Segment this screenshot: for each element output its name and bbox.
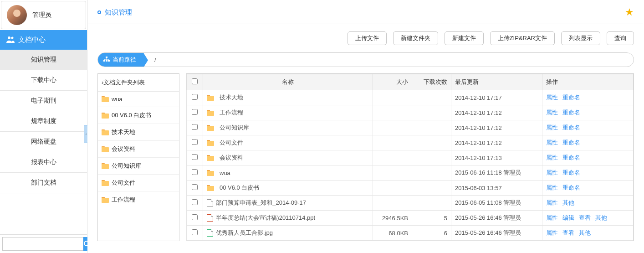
- folder-tree-item[interactable]: 公司知识库: [98, 158, 179, 175]
- action-prop[interactable]: 属性: [546, 154, 558, 161]
- file-icon: [207, 229, 213, 237]
- folder-tree-label: 工作流程: [112, 196, 135, 204]
- action-other[interactable]: 其他: [579, 229, 591, 236]
- action-prop[interactable]: 属性: [546, 184, 558, 191]
- table-row: 工作流程2014-12-10 17:12属性重命名: [187, 105, 634, 120]
- action-prop[interactable]: 属性: [546, 229, 558, 236]
- sitemap-icon: [103, 57, 110, 63]
- folder-icon: [102, 113, 109, 119]
- folder-tree-item[interactable]: 技术天地: [98, 124, 179, 141]
- row-checkbox[interactable]: [192, 154, 198, 160]
- file-name-cell[interactable]: 00 V6.0 白皮书: [207, 184, 370, 192]
- nav-item[interactable]: 部门文档: [0, 173, 87, 193]
- file-name-cell[interactable]: 公司知识库: [207, 124, 370, 132]
- new-file-button[interactable]: 新建文件: [445, 31, 484, 45]
- file-name-cell[interactable]: 技术天地: [207, 93, 370, 102]
- action-view[interactable]: 查看: [562, 229, 574, 236]
- svg-point-1: [11, 37, 14, 39]
- action-other[interactable]: 其他: [595, 214, 607, 221]
- action-prop[interactable]: 属性: [546, 94, 558, 101]
- row-checkbox[interactable]: [192, 124, 198, 130]
- folder-tree-header[interactable]: ›文档文件夹列表: [98, 74, 179, 92]
- nav-item[interactable]: 网络硬盘: [0, 132, 87, 152]
- folder-tree-item[interactable]: wua: [98, 92, 179, 107]
- folder-tree-item[interactable]: 公司文件: [98, 175, 179, 191]
- folder-tree-item[interactable]: 工作流程: [98, 191, 179, 208]
- file-name-cell[interactable]: 会议资料: [207, 154, 370, 162]
- file-size-cell: [373, 150, 412, 165]
- file-downloads-cell: 5: [412, 211, 451, 226]
- user-box[interactable]: 管理员: [1, 1, 86, 29]
- list-view-button[interactable]: 列表显示: [561, 31, 600, 45]
- row-checkbox[interactable]: [192, 139, 198, 145]
- file-name-label: wua: [220, 170, 230, 176]
- action-rename[interactable]: 重命名: [562, 169, 580, 176]
- file-name-label: 00 V6.0 白皮书: [220, 184, 259, 192]
- action-rename[interactable]: 重命名: [562, 184, 580, 191]
- folder-tree-label: 技术天地: [112, 128, 135, 136]
- row-checkbox[interactable]: [192, 214, 198, 220]
- action-prop[interactable]: 属性: [546, 214, 558, 221]
- main-area: 知识管理 ★ 上传文件 新建文件夹 新建文件 上传ZIP&RAR文件 列表显示 …: [87, 0, 644, 253]
- nav-header: 文档中心: [0, 30, 87, 50]
- nav-item[interactable]: 知识管理: [0, 50, 87, 70]
- file-name-cell[interactable]: wua: [207, 170, 370, 176]
- favorite-star-icon[interactable]: ★: [625, 6, 634, 18]
- row-checkbox[interactable]: [192, 94, 198, 100]
- action-prop[interactable]: 属性: [546, 109, 558, 116]
- file-name-cell[interactable]: 半年度总结(大会宣讲稿)20110714.ppt: [207, 214, 370, 222]
- action-prop[interactable]: 属性: [546, 169, 558, 176]
- action-other[interactable]: 其他: [562, 199, 574, 206]
- search-input[interactable]: [2, 237, 83, 251]
- row-checkbox[interactable]: [192, 199, 198, 205]
- file-icon: [207, 214, 213, 222]
- row-checkbox[interactable]: [192, 109, 198, 115]
- file-name-cell[interactable]: 公司文件: [207, 139, 370, 147]
- file-downloads-cell: [412, 105, 451, 120]
- file-name-cell[interactable]: 优秀新人员工合影.jpg: [207, 229, 370, 237]
- action-prop[interactable]: 属性: [546, 124, 558, 131]
- new-folder-button[interactable]: 新建文件夹: [393, 31, 438, 45]
- folder-icon: [207, 155, 214, 161]
- row-checkbox[interactable]: [192, 184, 198, 190]
- action-rename[interactable]: 重命名: [562, 154, 580, 161]
- folder-tree-item[interactable]: 00 V6.0 白皮书: [98, 107, 179, 124]
- username: 管理员: [32, 11, 51, 19]
- action-rename[interactable]: 重命名: [562, 124, 580, 131]
- upload-zip-button[interactable]: 上传ZIP&RAR文件: [490, 31, 555, 45]
- file-actions-cell: 属性重命名: [542, 90, 634, 105]
- query-button[interactable]: 查询: [607, 31, 634, 45]
- svg-rect-7: [108, 60, 110, 62]
- folder-tree-label: wua: [112, 96, 123, 103]
- folder-tree-item[interactable]: 会议资料: [98, 141, 179, 158]
- action-edit[interactable]: 编辑: [562, 214, 574, 221]
- svg-rect-5: [103, 60, 105, 62]
- action-view[interactable]: 查看: [579, 214, 591, 221]
- file-actions-cell: 属性重命名: [542, 135, 634, 150]
- file-size-cell: [373, 196, 412, 211]
- file-actions-cell: 属性重命名: [542, 165, 634, 181]
- row-checkbox[interactable]: [192, 229, 198, 235]
- row-checkbox[interactable]: [192, 169, 198, 175]
- select-all-checkbox[interactable]: [192, 78, 198, 84]
- upload-file-button[interactable]: 上传文件: [348, 31, 387, 45]
- users-icon: [6, 36, 15, 44]
- file-actions-cell: 属性重命名: [542, 105, 634, 120]
- file-updated-cell: 2015-05-26 16:46 管理员: [451, 226, 542, 241]
- nav-item[interactable]: 下载中心: [0, 70, 87, 91]
- action-rename[interactable]: 重命名: [562, 109, 580, 116]
- file-name-cell[interactable]: 部门预算申请表_郑和_2014-09-17: [207, 199, 370, 207]
- action-rename[interactable]: 重命名: [562, 139, 580, 146]
- file-size-cell: [373, 165, 412, 181]
- nav-item[interactable]: 电子期刊: [0, 91, 87, 111]
- table-row: 公司文件2014-12-10 17:12属性重命名: [187, 135, 634, 150]
- file-name-cell[interactable]: 工作流程: [207, 108, 370, 117]
- file-updated-cell: 2014-12-10 17:12: [451, 135, 542, 150]
- file-name-label: 会议资料: [220, 154, 243, 162]
- file-updated-cell: 2014-12-10 17:17: [451, 90, 542, 105]
- action-prop[interactable]: 属性: [546, 199, 558, 206]
- action-rename[interactable]: 重命名: [562, 94, 580, 101]
- action-prop[interactable]: 属性: [546, 139, 558, 146]
- nav-item[interactable]: 报表中心: [0, 152, 87, 173]
- nav-item[interactable]: 规章制度: [0, 111, 87, 132]
